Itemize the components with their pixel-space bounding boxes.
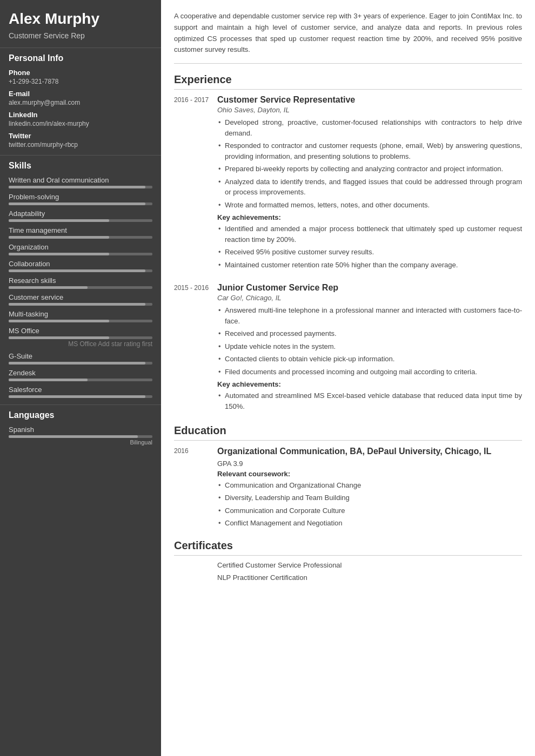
skill-item: Time management	[9, 226, 152, 239]
languages-section: Languages SpanishBilingual	[0, 405, 161, 454]
skill-bar-bg	[9, 362, 152, 364]
skill-item: Salesforce	[9, 386, 152, 398]
skill-bar-bg	[9, 253, 152, 255]
skill-name: MS Office	[9, 327, 152, 335]
achievements-list: Identified and amended a major process b…	[217, 224, 522, 270]
edu-degree: Organizational Communication, BA, DePaul…	[217, 446, 522, 457]
skill-bar-fill	[9, 395, 145, 398]
skill-bar-fill	[9, 336, 109, 339]
experience-list: 2016 - 2017Customer Service Representati…	[174, 95, 522, 414]
summary-text: A cooperative and dependable customer se…	[174, 11, 522, 64]
skill-item: Customer service	[9, 293, 152, 306]
skill-bar-bg	[9, 379, 152, 381]
language-bar-bg	[9, 435, 152, 438]
skill-bar-bg	[9, 269, 152, 272]
main-content: A cooperative and dependable customer se…	[161, 0, 535, 756]
skill-bar-fill	[9, 202, 145, 205]
skill-item: Organization	[9, 243, 152, 255]
key-achievements-label: Key achievements:	[217, 213, 522, 221]
skill-name: Problem-solving	[9, 193, 152, 201]
certificates-title: Certificates	[174, 539, 522, 556]
achievement-bullet: Identified and amended a major process b…	[217, 224, 522, 245]
skill-bar-fill	[9, 186, 145, 188]
skill-item: Zendesk	[9, 369, 152, 381]
coursework-item: Diversity, Leadership and Team Building	[217, 492, 522, 503]
skill-name: Customer service	[9, 293, 152, 301]
personal-info-section: Personal Info Phone +1-299-321-7878 E-ma…	[0, 48, 161, 156]
skill-bar-fill	[9, 219, 109, 222]
exp-bullet: Responded to contractor and customer req…	[217, 140, 522, 161]
phone-label: Phone	[9, 69, 152, 77]
linkedin-label: LinkedIn	[9, 111, 152, 119]
exp-bullets: Developed strong, proactive, customer-fo…	[217, 117, 522, 210]
language-bar-fill	[9, 435, 138, 438]
skill-bar-fill	[9, 320, 109, 322]
achievement-bullet: Received 95% positive customer survey re…	[217, 247, 522, 258]
phone-value: +1-299-321-7878	[9, 78, 152, 85]
experience-section: Experience 2016 - 2017Customer Service R…	[174, 73, 522, 414]
twitter-value: twitter.com/murphy-rbcp	[9, 141, 152, 148]
candidate-title: Customer Service Rep	[9, 31, 152, 40]
achievements-list: Automated and streamlined MS Excel-based…	[217, 390, 522, 411]
language-level: Bilingual	[9, 439, 152, 446]
education-list: 2016Organizational Communication, BA, De…	[174, 446, 522, 531]
email-value: alex.murphy@gmail.com	[9, 99, 152, 106]
coursework-item: Communication and Organizational Change	[217, 480, 522, 491]
exp-date: 2016 - 2017	[174, 95, 217, 272]
exp-bullet: Prepared bi-weekly reports by collecting…	[217, 164, 522, 174]
skill-name: Zendesk	[9, 369, 152, 377]
sidebar: Alex Murphy Customer Service Rep Persona…	[0, 0, 161, 756]
exp-content: Customer Service RepresentativeOhio Save…	[217, 95, 522, 272]
skill-bar-fill	[9, 362, 145, 364]
exp-bullet: Answered multi-line telephone in a profe…	[217, 305, 522, 326]
coursework-item: Communication and Corporate Culture	[217, 505, 522, 516]
achievement-bullet: Automated and streamlined MS Excel-based…	[217, 390, 522, 411]
exp-bullet: Filed documents and processed incoming a…	[217, 367, 522, 377]
skill-bar-bg	[9, 303, 152, 306]
personal-info-title: Personal Info	[9, 53, 152, 63]
skill-name: Written and Oral communication	[9, 176, 152, 184]
coursework-item: Conflict Management and Negotiation	[217, 518, 522, 529]
cert-date	[174, 561, 217, 569]
coursework-list: Communication and Organizational ChangeD…	[217, 480, 522, 529]
skill-name: Time management	[9, 226, 152, 234]
skill-name: Salesforce	[9, 386, 152, 394]
exp-job-title: Junior Customer Service Rep	[217, 283, 522, 293]
certificate-entry: NLP Practitioner Certification	[174, 573, 522, 582]
skill-bar-fill	[9, 286, 88, 289]
skill-item: G-Suite	[9, 352, 152, 364]
experience-title: Experience	[174, 73, 522, 90]
skill-item: Multi-tasking	[9, 310, 152, 322]
skill-bar-bg	[9, 202, 152, 205]
exp-bullet: Developed strong, proactive, customer-fo…	[217, 117, 522, 138]
skill-item: Adaptability	[9, 210, 152, 222]
skill-name: Adaptability	[9, 210, 152, 218]
language-item: SpanishBilingual	[9, 426, 152, 446]
skill-item: Written and Oral communication	[9, 176, 152, 188]
skill-bar-fill	[9, 379, 88, 381]
skill-bar-bg	[9, 320, 152, 322]
exp-date: 2015 - 2016	[174, 283, 217, 414]
languages-title: Languages	[9, 410, 152, 420]
certificates-list: Certified Customer Service ProfessionalN…	[174, 561, 522, 582]
cert-date	[174, 573, 217, 582]
twitter-label: Twitter	[9, 132, 152, 140]
skill-item: Research skills	[9, 276, 152, 289]
skill-bar-bg	[9, 286, 152, 289]
exp-bullet: Received and processed payments.	[217, 328, 522, 339]
skill-bar-fill	[9, 269, 145, 272]
education-title: Education	[174, 424, 522, 441]
exp-company: Car Go!, Chicago, IL	[217, 294, 522, 302]
skill-item: MS OfficeMS Office Add star rating first	[9, 327, 152, 348]
skill-bar-bg	[9, 219, 152, 222]
candidate-name: Alex Murphy	[9, 10, 152, 28]
certificate-name: NLP Practitioner Certification	[217, 573, 522, 582]
exp-bullet: Update vehicle notes in the system.	[217, 341, 522, 352]
skill-bar-bg	[9, 395, 152, 398]
experience-entry: 2015 - 2016Junior Customer Service RepCa…	[174, 283, 522, 414]
exp-company: Ohio Saves, Dayton, IL	[217, 106, 522, 114]
skill-name: Organization	[9, 243, 152, 251]
languages-list: SpanishBilingual	[9, 426, 152, 446]
exp-content: Junior Customer Service RepCar Go!, Chic…	[217, 283, 522, 414]
skills-title: Skills	[9, 161, 152, 171]
